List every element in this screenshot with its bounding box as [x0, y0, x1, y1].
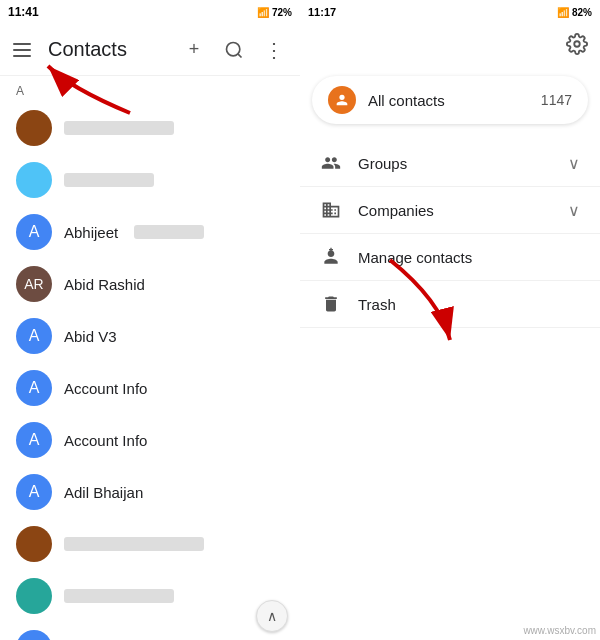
all-contacts-icon [328, 86, 356, 114]
contact-item[interactable]: A Adil Bhaijan [0, 466, 300, 518]
status-bar-left: 11:41 📶 72% [0, 0, 300, 24]
blurred-contact-top2 [0, 154, 300, 206]
search-icon [224, 40, 244, 60]
contact-name: Abhijeet [64, 224, 118, 241]
avatar-photo: AR [16, 266, 52, 302]
blurred-avatar [16, 110, 52, 146]
avatar: A [16, 318, 52, 354]
person-icon [334, 92, 350, 108]
left-panel: 11:41 📶 72% Contacts + ⋮ [0, 0, 300, 640]
gear-icon [566, 33, 588, 55]
blurred-suffix [134, 225, 204, 239]
time-left: 11:41 [8, 5, 39, 19]
contact-item-account-info-1[interactable]: A Account Info [0, 362, 300, 414]
time-right: 11:17 [308, 6, 336, 18]
avatar: A [16, 474, 52, 510]
blurred-name2 [64, 173, 154, 187]
add-contact-button[interactable]: + [176, 32, 212, 68]
svg-point-0 [227, 42, 240, 55]
avatar: A [16, 214, 52, 250]
right-top-bar [300, 24, 600, 68]
contact-name: Account Info [64, 432, 147, 449]
groups-icon [320, 152, 342, 174]
contacts-list: A A Abhijeet AR Abid Rashid A Abid V3 [0, 76, 300, 640]
settings-button[interactable] [566, 33, 588, 60]
contact-name: Abid V3 [64, 328, 117, 345]
hamburger-icon [13, 43, 31, 57]
watermark: www.wsxbv.com [523, 625, 596, 636]
scroll-up-button[interactable]: ∧ [256, 600, 288, 632]
blurred-name4 [64, 589, 174, 603]
svg-line-1 [238, 53, 242, 57]
top-actions: + ⋮ [176, 32, 292, 68]
trash-menu-item[interactable]: Trash [300, 281, 600, 328]
groups-label: Groups [358, 155, 552, 172]
companies-label: Companies [358, 202, 552, 219]
all-contacts-count: 1147 [541, 92, 572, 108]
manage-contacts-label: Manage contacts [358, 249, 580, 266]
trash-icon [320, 293, 342, 315]
menu-list: Groups ∨ Companies ∨ Manage contacts [300, 132, 600, 336]
contact-item[interactable]: A Abhijeet [0, 206, 300, 258]
contact-name: Abid Rashid [64, 276, 145, 293]
right-panel: 11:17 📶 82% All contacts 1147 [300, 0, 600, 640]
more-options-button[interactable]: ⋮ [256, 32, 292, 68]
blurred-name3 [64, 537, 204, 551]
contact-item[interactable]: AR Abid Rashid [0, 258, 300, 310]
blurred-name [64, 121, 174, 135]
top-bar-left: Contacts + ⋮ [0, 24, 300, 76]
blurred-avatar2 [16, 162, 52, 198]
contact-name: Account Info [64, 380, 147, 397]
blurred-contact-top [0, 102, 300, 154]
groups-menu-item[interactable]: Groups ∨ [300, 140, 600, 187]
companies-menu-item[interactable]: Companies ∨ [300, 187, 600, 234]
blurred-contact-teal [0, 570, 300, 622]
all-contacts-button[interactable]: All contacts 1147 [312, 76, 588, 124]
trash-label: Trash [358, 296, 580, 313]
contact-name: Adil Bhaijan [64, 484, 143, 501]
status-icons-right: 📶 82% [557, 7, 592, 18]
companies-icon [320, 199, 342, 221]
status-icons-left: 📶 72% [257, 7, 292, 18]
blurred-avatar3 [16, 526, 52, 562]
manage-contacts-menu-item[interactable]: Manage contacts [300, 234, 600, 281]
search-button[interactable] [216, 32, 252, 68]
contact-item-account-info-2[interactable]: A Account Info [0, 414, 300, 466]
manage-contacts-icon [320, 246, 342, 268]
groups-chevron: ∨ [568, 154, 580, 173]
menu-button[interactable] [4, 32, 40, 68]
section-letter-a: A [0, 76, 300, 102]
avatar: A [16, 630, 52, 640]
blurred-avatar4 [16, 578, 52, 614]
svg-point-3 [574, 41, 580, 47]
status-bar-right: 11:17 📶 82% [300, 0, 600, 24]
contact-item[interactable]: A Ahlam. Masoodi [0, 622, 300, 640]
all-contacts-label: All contacts [368, 92, 529, 109]
avatar: A [16, 370, 52, 406]
avatar: A [16, 422, 52, 458]
blurred-contact-mid [0, 518, 300, 570]
page-title: Contacts [48, 38, 172, 61]
companies-chevron: ∨ [568, 201, 580, 220]
contact-item[interactable]: A Abid V3 [0, 310, 300, 362]
